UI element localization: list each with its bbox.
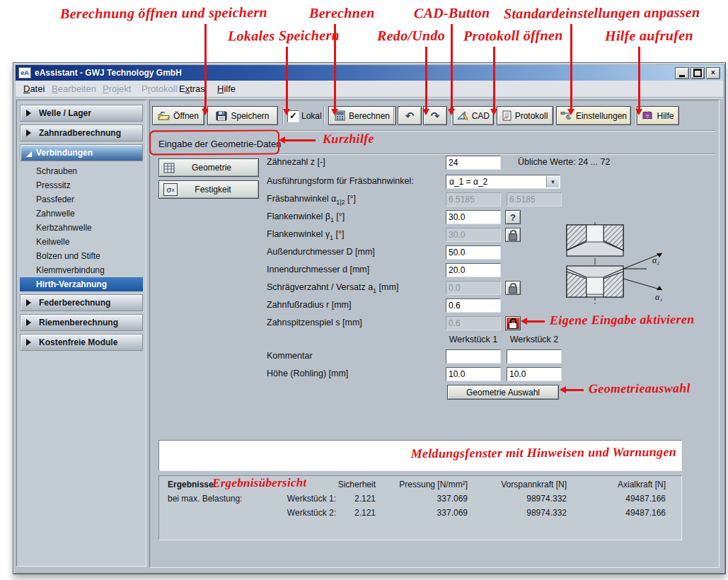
field-label-aussendurchmesser: Außendurchmesser D [mm] — [267, 247, 375, 259]
annotation-arrow-open-save — [204, 24, 207, 113]
undo-icon: ↶ — [405, 110, 415, 122]
close-button[interactable]: × — [706, 67, 720, 79]
field-label-flankenwinkel-beta: Flankenwinkel β1 [°] — [267, 211, 345, 224]
help-book-icon: ? — [642, 111, 653, 121]
results-value: 98974.332 — [468, 494, 567, 504]
annotation-own-input: Eigene Eingabe aktivieren — [550, 312, 695, 327]
geometrie-tab-button[interactable]: Geometrie — [158, 158, 259, 177]
menu-hilfe[interactable]: Hilfe — [215, 83, 238, 95]
sidebar-federberechnung[interactable]: Federberechnung — [20, 294, 143, 311]
calculate-button[interactable]: Berechnen — [328, 106, 396, 125]
menu-projekt: Projekt — [100, 83, 133, 95]
annotation-local-save: Lokales Speichern — [228, 27, 340, 44]
sigma-x-icon: σx — [163, 183, 178, 196]
protocol-button[interactable]: Protokoll — [497, 106, 553, 125]
toolbar-separator — [393, 107, 395, 124]
annotation-arrow-defaults — [570, 24, 572, 113]
flankenwinkel-gamma-lock-button[interactable] — [505, 228, 521, 242]
field-label-zaehnezahl: Zähnezahl z [-] — [267, 157, 325, 169]
field-label-versatz: Schrägverzahnt / Versatz a1 [mm] — [267, 282, 398, 294]
results-header-sicherheit: Sicherheit — [336, 480, 376, 489]
sidebar-item-keilwelle[interactable]: Keilwelle — [19, 235, 144, 249]
kommentar-input-2[interactable] — [507, 349, 562, 364]
title-bar[interactable]: eA eAssistant - GWJ Technology GmbH × — [16, 65, 723, 81]
results-value: 337.069 — [376, 494, 468, 504]
sidebar-welle-lager[interactable]: Welle / Lager — [20, 105, 143, 122]
annotation-open-save: Berechnung öffnen und speichern — [60, 4, 267, 22]
protocol-document-icon — [502, 110, 512, 121]
sidebar-item-bolzen-und-stifte[interactable]: Bolzen und Stifte — [19, 249, 144, 263]
sidebar-item-schrauben[interactable]: Schrauben — [19, 164, 144, 178]
results-row-name: Werkstück 2: — [251, 508, 336, 518]
minimize-button[interactable] — [675, 67, 689, 79]
check-icon: ✓ — [289, 110, 297, 121]
chevron-open-icon — [26, 151, 32, 157]
local-checkbox-label: Lokal — [301, 111, 322, 121]
app-icon: eA — [18, 67, 31, 79]
menu-extras[interactable]: Extras — [177, 83, 207, 95]
annotation-geometry-select: Geometrieauswahl — [589, 381, 691, 396]
versatz-lock-button[interactable] — [505, 281, 521, 295]
workpiece-2-header: Werkstück 2 — [506, 335, 562, 344]
menu-bar: Datei Bearbeiten Projekt Protokoll Extra… — [16, 81, 723, 98]
annotation-kurzhilfe: Kurzhilfe — [323, 132, 374, 147]
maximize-icon — [693, 69, 702, 77]
flankenwinkel-help-button[interactable]: ? — [505, 210, 521, 224]
toolbar-separator — [323, 107, 325, 124]
sidebar-item-zahnwelle[interactable]: Zahnwelle — [19, 207, 144, 221]
save-button[interactable]: Speichern — [207, 106, 278, 125]
versatz-input — [446, 281, 501, 295]
annotation-defaults: Standardeinstellungen anpassen — [504, 4, 700, 22]
geometrie-auswahl-button[interactable]: Geometrie Auswahl — [447, 385, 559, 400]
sidebar-item-kerbzahnwelle[interactable]: Kerbzahnwelle — [19, 221, 144, 235]
annotation-arrow-cad — [451, 24, 453, 113]
zahnspitzenspiel-input — [446, 316, 501, 330]
festigkeit-tab-button[interactable]: σx Festigkeit — [158, 180, 259, 199]
hoehe-input-1[interactable] — [446, 367, 501, 381]
floppy-disk-icon — [216, 111, 227, 121]
aussendurchmesser-input[interactable] — [446, 245, 501, 260]
annotation-redo-undo: Redo/Undo — [377, 28, 445, 45]
innendurchmesser-input[interactable] — [446, 263, 501, 277]
results-header-pressung: Pressung [N/mm²] — [376, 480, 468, 489]
flankenwinkel-beta-input[interactable] — [446, 210, 501, 224]
results-row-label — [168, 508, 251, 518]
ausfuehrungsform-select[interactable]: α_1 = α_2 ▼ — [446, 175, 560, 189]
sidebar-kostenfreie-module[interactable]: Kostenfreie Module — [20, 334, 143, 351]
zahnfussradius-input[interactable] — [446, 298, 501, 313]
help-button[interactable]: ? Hilfe — [637, 106, 679, 125]
screenshot-stage: Berechnung öffnen und speichern Berechne… — [0, 0, 728, 580]
annotation-help: Hilfe aufrufen — [605, 28, 693, 45]
undo-button[interactable]: ↶ — [398, 106, 422, 125]
annotation-geometry-select-arrow — [562, 389, 584, 391]
chevron-right-icon — [26, 299, 35, 306]
kommentar-input-1[interactable] — [446, 349, 501, 364]
sidebar-item-presssitz[interactable]: Presssitz — [19, 178, 144, 192]
flankenwinkel-gamma-input — [446, 228, 501, 242]
maximize-button[interactable] — [691, 67, 705, 79]
zaehnezahl-input[interactable] — [446, 156, 501, 170]
sidebar-item-hirth-verzahnung[interactable]: Hirth-Verzahnung — [20, 277, 143, 291]
sidebar-verbindungen[interactable]: Verbindungen — [20, 144, 143, 161]
sidebar-zahnradberechnung[interactable]: Zahnradberechnung — [20, 124, 143, 141]
open-folder-icon — [158, 111, 170, 120]
chevron-right-icon — [26, 319, 35, 326]
lock-icon — [509, 286, 517, 294]
hoehe-input-2[interactable] — [507, 367, 562, 381]
results-header-vorspannkraft: Vorspannkraft [N] — [468, 480, 567, 489]
menu-datei[interactable]: Datei — [21, 83, 47, 95]
sidebar-item-passfeder[interactable]: Passfeder — [19, 192, 144, 207]
open-button[interactable]: Öffnen — [152, 106, 204, 125]
chevron-down-icon: ▼ — [550, 179, 556, 185]
results-value: 49487.166 — [567, 494, 666, 504]
chevron-right-icon — [26, 129, 35, 137]
results-value: 49487.166 — [567, 508, 666, 518]
sidebar-item-klemmverbindung[interactable]: Klemmverbindung — [19, 263, 144, 277]
annotation-own-input-arrow — [524, 320, 545, 323]
dropdown-button[interactable]: ▼ — [546, 176, 559, 187]
chevron-right-icon — [26, 339, 35, 346]
zaehnezahl-hint: Übliche Werte: 24 ... 72 — [518, 157, 610, 167]
sidebar-riemenberechnung[interactable]: Riemenberechnung — [20, 314, 143, 331]
workpiece-1-header: Werkstück 1 — [445, 335, 502, 344]
cad-button[interactable]: CAD — [453, 106, 494, 125]
